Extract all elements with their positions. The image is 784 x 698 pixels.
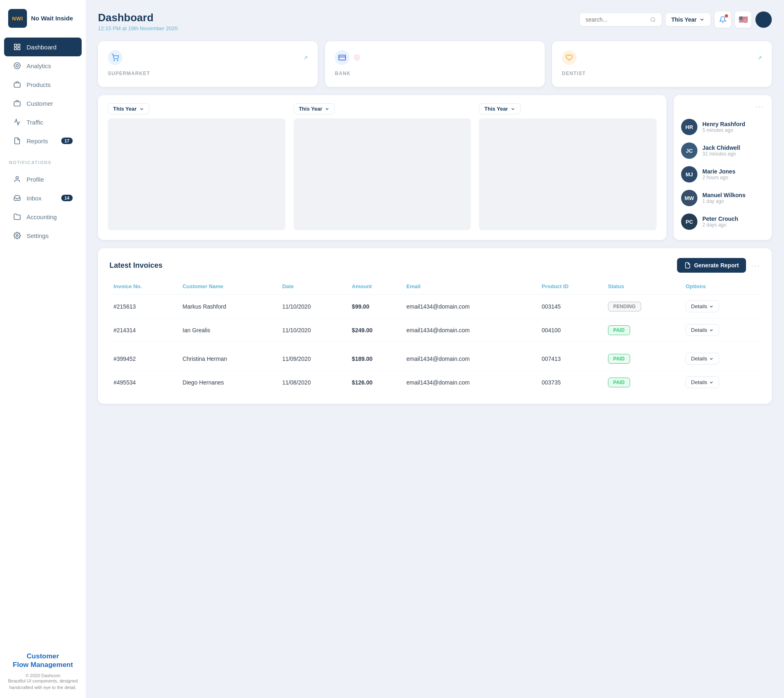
sidebar-item-label: Inbox: [27, 195, 42, 202]
sidebar-item-customer[interactable]: Customer: [4, 94, 82, 113]
activity-item: MW Manuel Wilkons 1 day ago: [681, 186, 764, 210]
invoice-number: #399452: [109, 347, 178, 371]
customer-name: Christina Herman: [178, 347, 278, 371]
sidebar-item-dashboard[interactable]: Dashboard: [4, 38, 82, 56]
details-button[interactable]: Details: [686, 376, 719, 388]
sidebar: NWI No Wait Inside Dashboard Analytics: [0, 0, 86, 698]
invoice-amount: $126.00: [348, 371, 403, 394]
invoice-amount: $189.00: [348, 347, 403, 371]
sidebar-item-label: Reports: [27, 138, 48, 144]
header-text: Dashboard 12:15 PM at 19th November 2020: [98, 11, 178, 31]
sidebar-item-analytics[interactable]: Analytics: [4, 56, 82, 75]
flag-emoji: 🇺🇸: [739, 15, 748, 24]
sidebar-item-profile[interactable]: Profile: [4, 170, 82, 189]
search-input[interactable]: [586, 16, 647, 23]
details-button[interactable]: Details: [686, 324, 719, 336]
bank-card: BANK: [325, 41, 545, 87]
chart1-placeholder: [108, 118, 285, 230]
svg-point-8: [16, 176, 18, 179]
folder-icon: [13, 213, 21, 221]
customer-email: email1434@domain.com: [402, 295, 537, 318]
invoices-table: Invoice No. Customer Name Date Amount Em…: [109, 280, 760, 394]
invoice-status: PENDING: [604, 295, 682, 318]
col-invoice-no: Invoice No.: [109, 280, 178, 295]
invoices-more-options[interactable]: ···: [751, 261, 760, 270]
footer-tagline: Beautiful UI components, designed handcr…: [7, 678, 78, 691]
product-id: 003735: [538, 371, 604, 394]
bank-dot-icon: [354, 54, 360, 61]
svg-point-9: [16, 235, 18, 237]
sidebar-item-traffic[interactable]: Traffic: [4, 113, 82, 131]
sidebar-item-inbox[interactable]: Inbox 14: [4, 189, 82, 207]
sidebar-item-label: Dashboard: [27, 44, 56, 51]
activity-item: PC Peter Crouch 2 days ago: [681, 210, 764, 233]
col-product-id: Product ID: [538, 280, 604, 295]
user-avatar-button[interactable]: [755, 11, 772, 28]
year-filter-dropdown[interactable]: This Year: [666, 13, 710, 26]
invoices-header-right: Generate Report ···: [677, 258, 760, 273]
logo-icon: NWI: [8, 9, 27, 28]
svg-point-13: [117, 60, 118, 61]
footer-copyright: © 2020 Dashcom: [7, 673, 78, 678]
chart3-year-dropdown[interactable]: This Year: [479, 103, 521, 114]
sidebar-item-products[interactable]: Products: [4, 75, 82, 94]
svg-point-12: [114, 60, 115, 61]
bar-chart-icon: [13, 62, 21, 70]
dentist-card: ↗ DENTIST: [552, 41, 772, 87]
card-arrow-icon[interactable]: ↗: [303, 55, 308, 61]
grid-icon: [13, 43, 21, 51]
chart2-year-dropdown[interactable]: This Year: [294, 103, 335, 114]
table-header-row: Invoice No. Customer Name Date Amount Em…: [109, 280, 760, 295]
invoice-date: 11/08/2020: [278, 371, 347, 394]
svg-point-10: [651, 18, 655, 21]
avatar: JC: [681, 142, 697, 159]
invoice-number: #495534: [109, 371, 178, 394]
activity-dots[interactable]: ···: [681, 102, 764, 111]
reports-badge: 17: [61, 138, 73, 144]
invoices-panel: Latest Invoices Generate Report ··· Invo…: [98, 248, 772, 404]
language-flag-button[interactable]: 🇺🇸: [735, 11, 751, 28]
svg-rect-7: [14, 102, 20, 106]
invoice-date: 11/10/2020: [278, 295, 347, 318]
header-controls: This Year 🇺🇸: [580, 11, 772, 28]
footer-title: CustomerFlow Management: [7, 652, 78, 669]
card-arrow-icon[interactable]: ↗: [757, 55, 762, 61]
svg-rect-0: [14, 44, 16, 46]
chevron-down-icon: [139, 107, 144, 111]
card-header: ↗: [562, 50, 762, 65]
col-date: Date: [278, 280, 347, 295]
sidebar-item-settings[interactable]: Settings: [4, 226, 82, 245]
sidebar-item-accounting[interactable]: Accounting: [4, 207, 82, 226]
generate-report-button[interactable]: Generate Report: [677, 258, 746, 273]
bank-label: BANK: [335, 71, 535, 76]
card-icon-row: [562, 50, 577, 65]
activity-user-name: Peter Crouch: [702, 216, 738, 222]
chart-block-3: This Year: [479, 103, 657, 230]
avatar: HR: [681, 119, 697, 135]
notifications-label: NOTIFICATIONS: [0, 153, 86, 167]
chevron-down-icon: [325, 107, 330, 111]
customer-email: email1434@domain.com: [402, 318, 537, 342]
invoice-status: PAID: [604, 318, 682, 342]
main-nav: Dashboard Analytics Products: [0, 35, 86, 153]
search-box[interactable]: [580, 13, 662, 26]
chevron-down-icon: [709, 380, 714, 385]
inbox-badge: 14: [61, 195, 73, 201]
sidebar-item-label: Traffic: [27, 119, 43, 126]
sidebar-item-reports[interactable]: Reports 17: [4, 131, 82, 150]
product-id: 003145: [538, 295, 604, 318]
chart1-year-dropdown[interactable]: This Year: [108, 103, 149, 114]
customer-name: Markus Rashford: [178, 295, 278, 318]
invoice-date: 11/10/2020: [278, 318, 347, 342]
card-icon-row: [108, 50, 122, 65]
bank-icon: [335, 50, 350, 65]
mid-section: This Year This Year This Year: [98, 95, 772, 240]
main-content: Dashboard 12:15 PM at 19th November 2020…: [86, 0, 784, 698]
card-header: [335, 50, 535, 65]
notification-button[interactable]: [715, 11, 731, 28]
chevron-down-icon: [510, 107, 515, 111]
inbox-icon: [13, 194, 21, 202]
details-button[interactable]: Details: [686, 300, 719, 312]
supermarket-icon: [108, 50, 122, 65]
details-button[interactable]: Details: [686, 353, 719, 365]
